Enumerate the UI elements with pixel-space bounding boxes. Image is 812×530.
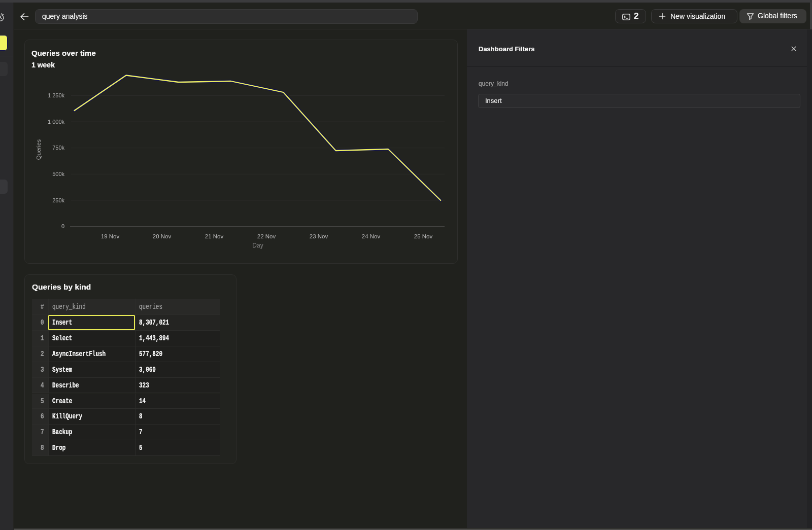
- svg-text:500k: 500k: [52, 171, 64, 177]
- svg-text:0: 0: [61, 223, 64, 229]
- svg-text:21 Nov: 21 Nov: [205, 233, 224, 239]
- svg-text:24 Nov: 24 Nov: [362, 233, 381, 239]
- svg-text:1 000k: 1 000k: [48, 119, 65, 125]
- svg-text:23 Nov: 23 Nov: [310, 233, 328, 239]
- svg-text:20 Nov: 20 Nov: [153, 233, 172, 239]
- svg-text:22 Nov: 22 Nov: [257, 233, 276, 239]
- svg-text:1 250k: 1 250k: [48, 92, 65, 98]
- svg-text:25 Nov: 25 Nov: [414, 233, 433, 239]
- svg-text:19 Nov: 19 Nov: [101, 233, 120, 239]
- svg-text:Day: Day: [252, 242, 263, 249]
- svg-text:750k: 750k: [52, 145, 64, 151]
- svg-text:Queries: Queries: [36, 139, 42, 160]
- svg-text:250k: 250k: [52, 197, 64, 203]
